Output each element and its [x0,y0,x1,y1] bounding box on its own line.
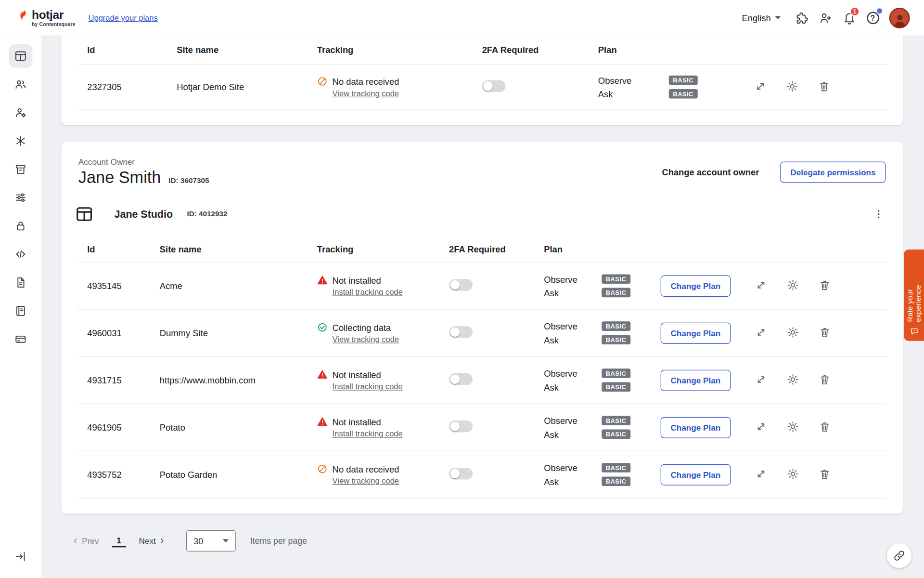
2fa-toggle[interactable] [449,468,473,479]
sidebar-item-logout[interactable] [9,545,32,568]
sidebar-item-tracking-code[interactable] [9,242,32,266]
warning-icon [317,369,328,380]
hotjar-logo[interactable]: hotjar by Contentsquare [18,8,76,27]
code-icon [14,248,27,261]
change-plan-button[interactable]: Change Plan [661,369,731,391]
delete-site-button[interactable] [817,420,831,434]
2fa-toggle[interactable] [449,420,473,432]
plan-tier: Ask [544,429,602,439]
sidebar-item-team[interactable] [9,73,32,96]
upgrade-plans-link[interactable]: Upgrade your plans [89,13,158,22]
tracking-code-link[interactable]: Install tracking code [333,288,403,297]
plan-badge: BASIC [669,75,698,85]
site-settings-button[interactable] [785,80,799,94]
rate-experience-tab[interactable]: Rate your experience [904,250,924,341]
delete-site-button[interactable] [817,279,831,293]
2fa-toggle[interactable] [449,326,473,338]
copy-link-button[interactable] [887,543,911,568]
prev-page-button[interactable]: Prev [69,533,101,549]
transfer-site-button[interactable] [754,279,768,293]
tracking-code-link[interactable]: Install tracking code [333,382,403,391]
tracking-cell: Collecting data View tracking code [317,322,449,344]
2fa-toggle[interactable] [482,80,506,92]
prev-label: Prev [82,536,99,546]
row-actions [754,373,887,387]
row-actions [747,80,887,94]
language-selector[interactable]: English [742,13,781,23]
sidebar-item-sites[interactable] [9,44,32,68]
delegate-permissions-button[interactable]: Delegate permissions [781,161,886,183]
site-settings-button[interactable] [785,420,799,434]
language-label: English [742,13,770,23]
help-button[interactable]: ? [861,6,885,29]
2fa-toggle[interactable] [449,373,473,385]
current-page[interactable]: 1 [112,534,126,547]
site-name: https://www.mobbin.com [160,375,317,385]
plan-badge: BASIC [669,89,698,99]
sidebar-item-highlights[interactable] [9,129,32,153]
transfer-site-button[interactable] [754,373,768,387]
next-page-button[interactable]: Next [137,533,169,549]
change-plan-button[interactable]: Change Plan [661,464,731,485]
delete-site-button[interactable] [817,80,831,94]
sites-table-org: Id Site name Tracking 2FA Required Plan … [61,236,903,499]
organization-menu-button[interactable] [871,206,887,222]
brand-byline: by Contentsquare [32,21,75,27]
sites-grid-icon [14,50,27,63]
site-name: Hotjar Demo Site [177,82,317,92]
notification-badge: 1 [850,6,860,16]
rate-experience-label: Rate your experience [906,257,922,322]
tracking-status: No data received [333,464,399,474]
site-id: 4935752 [87,470,160,480]
sidebar-item-filters[interactable] [9,186,32,210]
owner-label: Account Owner [78,157,209,167]
notifications-button[interactable]: 1 [837,6,861,29]
tracking-code-link[interactable]: Install tracking code [333,429,403,438]
items-per-page-select[interactable]: 30 [186,530,236,552]
avatar[interactable] [889,7,910,28]
sidebar-item-invoices[interactable] [9,271,32,294]
delete-site-button[interactable] [817,373,831,387]
trash-icon [818,467,831,480]
col-header-plan: Plan [544,244,660,254]
sidebar-item-billing[interactable] [9,328,32,351]
caret-down-icon [775,16,781,19]
2fa-toggle[interactable] [449,279,473,290]
invite-user-button[interactable] [814,6,837,29]
sidebar-item-security[interactable] [9,214,32,237]
lock-icon [14,220,27,233]
user-settings-icon [14,106,27,119]
change-plan-button[interactable]: Change Plan [661,417,731,438]
sidebar-item-user-settings[interactable] [9,101,32,124]
tracking-code-link[interactable]: View tracking code [333,89,399,98]
warning-icon [317,275,328,286]
no-data-icon [317,463,328,474]
caret-down-icon [223,539,229,542]
delete-site-button[interactable] [817,326,831,340]
site-settings-button[interactable] [785,279,799,293]
tracking-status: No data received [333,77,399,87]
integrations-button[interactable] [790,6,814,29]
delete-site-button[interactable] [817,467,831,481]
chevron-left-icon [71,537,79,545]
items-per-page-label: Items per page [250,536,307,546]
change-plan-button[interactable]: Change Plan [661,275,731,296]
transfer-icon [755,420,767,433]
change-plan-button[interactable]: Change Plan [661,322,731,343]
tracking-code-link[interactable]: View tracking code [333,335,399,344]
transfer-site-button[interactable] [754,326,768,340]
trash-icon [818,80,830,92]
site-settings-button[interactable] [785,373,799,387]
transfer-site-button[interactable] [753,80,767,94]
site-settings-button[interactable] [785,467,799,481]
plan-tier: Ask [598,89,669,99]
sidebar-item-archive[interactable] [9,158,32,181]
site-settings-button[interactable] [785,326,799,340]
plan-tier: Observe [544,463,602,473]
transfer-site-button[interactable] [754,420,768,434]
change-account-owner-button[interactable]: Change account owner [662,167,759,177]
sidebar-item-guides[interactable] [9,299,32,323]
transfer-site-button[interactable] [754,467,768,481]
tracking-code-link[interactable]: View tracking code [333,476,399,485]
app-root: hotjar by Contentsquare Upgrade your pla… [0,0,924,578]
